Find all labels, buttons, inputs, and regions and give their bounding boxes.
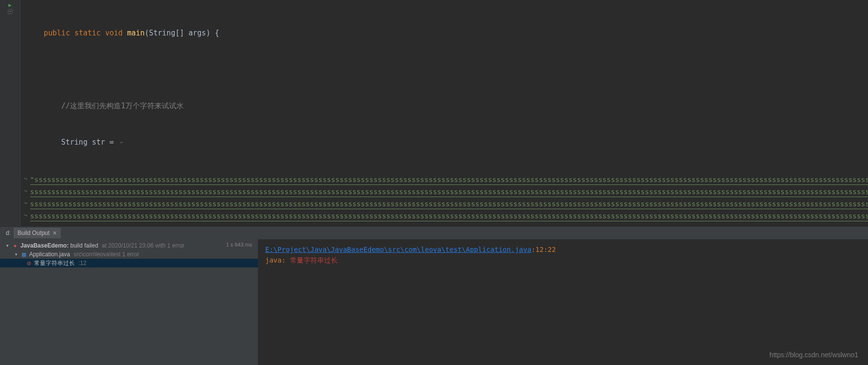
tree-file-name: Application.java xyxy=(29,251,70,258)
error-message-text: 常量字符串过长 xyxy=(290,256,338,264)
string-literal-segment: ssssssssssssssssssssssssssssssssssssssss… xyxy=(30,187,868,197)
code-editor[interactable]: ▶ − public static void main(String[] arg… xyxy=(0,0,868,226)
wrap-icon: ↪ xyxy=(22,185,29,197)
string-literal-segment: ssssssssssssssssssssssssssssssssssssssss… xyxy=(30,223,868,226)
message-line-error: java: 常量字符串过长 xyxy=(265,255,861,265)
code-line-blank xyxy=(22,64,868,76)
string-wrap-line: ↪sssssssssssssssssssssssssssssssssssssss… xyxy=(22,209,868,221)
build-panel: d: Build Output ✕ 1 s 843 ms ▾ ● JavaBas… xyxy=(0,226,868,365)
error-icon: ⊘ xyxy=(25,260,32,266)
string-wrap-line: ↪sssssssssssssssssssssssssssssssssssssss… xyxy=(22,185,868,197)
tree-root-name: JavaBaseEdemo: xyxy=(20,242,68,249)
close-icon[interactable]: ✕ xyxy=(52,230,57,236)
panel-tab-bar: d: Build Output ✕ xyxy=(0,227,868,239)
watermark: https://blog.csdn.net/wslwno1 xyxy=(769,349,858,360)
string-literal-segment: ssssssssssssssssssssssssssssssssssssssss… xyxy=(30,211,868,221)
tree-error-line: :12 xyxy=(77,260,86,266)
tree-error-item[interactable]: ⊘ 常量字符串过长 :12 xyxy=(0,259,258,267)
code-content[interactable]: public static void main(String[] args) {… xyxy=(20,0,868,226)
string-wrap-line: ↪"ssssssssssssssssssssssssssssssssssssss… xyxy=(22,173,868,185)
tree-root-status: build failed xyxy=(70,242,98,249)
tab-label: Build Output xyxy=(17,230,50,236)
run-icon[interactable]: ▶ xyxy=(8,2,12,8)
code-line: public static void main(String[] args) { xyxy=(22,27,868,39)
build-message-pane[interactable]: E:\Project\Java\JavaBaseEdemo\src\com\le… xyxy=(258,239,868,365)
tree-root[interactable]: ▾ ● JavaBaseEdemo: build failed at 2020/… xyxy=(0,241,258,250)
error-icon: ● xyxy=(12,243,18,249)
wrap-icon: ↪ xyxy=(22,221,29,226)
build-tree[interactable]: 1 s 843 ms ▾ ● JavaBaseEdemo: build fail… xyxy=(0,239,258,365)
wrap-icon: ↪ xyxy=(22,197,29,209)
chevron-down-icon[interactable]: ▾ xyxy=(5,243,10,248)
editor-gutter: ▶ − xyxy=(0,0,20,226)
tab-build-output[interactable]: Build Output ✕ xyxy=(14,228,61,238)
file-path-link[interactable]: E:\Project\Java\JavaBaseEdemo\src\com\le… xyxy=(265,246,531,253)
wrap-icon: ↪ xyxy=(22,209,29,221)
fold-toggle-icon[interactable]: − xyxy=(8,9,13,14)
string-wrap-line: ↪sssssssssssssssssssssssssssssssssssssss… xyxy=(22,197,868,209)
tree-file-meta: src\com\leova\test 1 error xyxy=(72,251,139,258)
compiler-label: java: xyxy=(265,256,286,264)
panel-side-label: d: xyxy=(3,228,14,238)
chevron-down-icon[interactable]: ▾ xyxy=(14,252,18,257)
build-duration: 1 s 843 ms xyxy=(226,242,252,248)
wrap-icon: ↪ xyxy=(22,173,29,185)
tree-root-meta: at 2020/10/21 23:06 with 1 error xyxy=(100,242,184,249)
string-literal-block: ↪"ssssssssssssssssssssssssssssssssssssss… xyxy=(22,173,868,226)
tree-file[interactable]: ▾ ▦ Application.java src\com\leova\test … xyxy=(0,250,258,259)
message-line-location: E:\Project\Java\JavaBaseEdemo\src\com\le… xyxy=(265,244,861,255)
tree-error-text: 常量字符串过长 xyxy=(34,259,75,267)
wrap-icon: ↩ xyxy=(118,136,125,149)
string-literal-segment: ssssssssssssssssssssssssssssssssssssssss… xyxy=(30,199,868,209)
string-literal-segment: "sssssssssssssssssssssssssssssssssssssss… xyxy=(30,175,868,185)
string-wrap-line: ↪sssssssssssssssssssssssssssssssssssssss… xyxy=(22,221,868,226)
code-line: String str = ↩ xyxy=(22,136,868,149)
java-file-icon: ▦ xyxy=(20,251,27,258)
code-line: //这里我们先构造1万个字符来试试水 xyxy=(22,100,868,112)
file-line-col: :12:22 xyxy=(531,246,556,253)
panel-body: 1 s 843 ms ▾ ● JavaBaseEdemo: build fail… xyxy=(0,239,868,365)
